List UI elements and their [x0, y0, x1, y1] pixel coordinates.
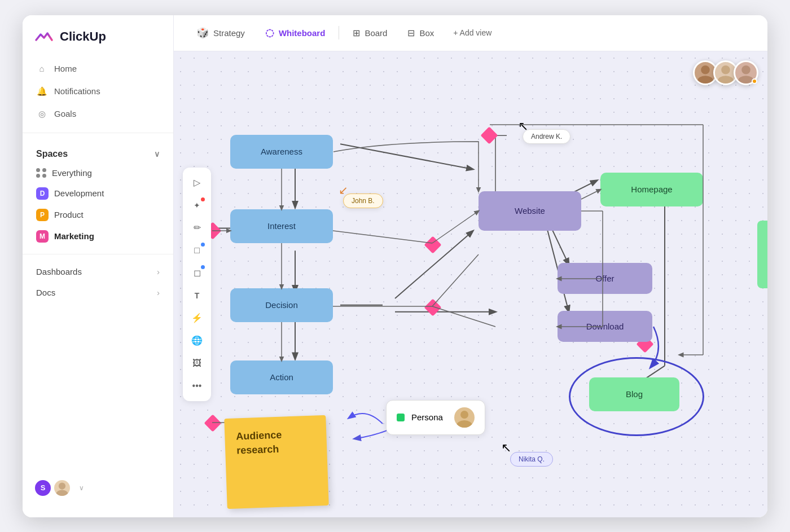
product-dot: P — [36, 209, 49, 221]
more-tool[interactable]: ••• — [187, 376, 207, 395]
magic-tool[interactable]: ✦ — [187, 196, 207, 215]
sticky-tool-dot — [201, 265, 205, 269]
diamond-mid — [424, 236, 441, 253]
globe-tool[interactable]: 🌐 — [187, 331, 207, 350]
sidebar-item-product[interactable]: P Product — [23, 204, 173, 226]
right-edge-strip — [757, 221, 767, 288]
magic-tool-dot — [201, 197, 205, 201]
cursor-nikita: ↖ — [501, 441, 511, 455]
strategy-icon: 🎲 — [196, 27, 209, 39]
connector-tool[interactable]: ⚡ — [187, 309, 207, 328]
node-offer[interactable]: Offer — [558, 263, 652, 294]
nav-notifications-label: Notifications — [54, 86, 100, 96]
sidebar-dashboards[interactable]: Dashboards › — [23, 261, 173, 282]
tool-bar: ▷ ✦ ✏ □ ◻ T ⚡ 🌐 🖼 ••• — [183, 168, 211, 401]
shape-tool-dot — [201, 243, 205, 247]
collab-avatars — [693, 60, 758, 85]
pen-tool[interactable]: ✏ — [187, 218, 207, 238]
nikita-label: Nikita Q. — [510, 452, 553, 467]
home-icon: ⌂ — [36, 63, 47, 74]
svg-point-21 — [721, 65, 730, 74]
nav-home-label: Home — [54, 64, 77, 73]
sidebar: ClickUp ⌂ Home 🔔 Notifications ◎ Goals S… — [23, 15, 174, 517]
tab-box[interactable]: ⊟ Box — [398, 23, 443, 43]
diamond-top — [480, 126, 498, 144]
avatar-status-dot — [752, 78, 757, 84]
persona-dot — [397, 414, 405, 421]
tab-box-label: Box — [419, 28, 434, 38]
docs-chevron: › — [157, 288, 160, 297]
space-product-label: Product — [54, 210, 84, 219]
svg-line-43 — [333, 231, 432, 243]
node-download[interactable]: Download — [558, 311, 652, 342]
nav-goals[interactable]: ◎ Goals — [29, 103, 166, 125]
docs-label: Docs — [36, 288, 55, 297]
nav-goals-label: Goals — [54, 109, 76, 118]
persona-card[interactable]: Persona — [386, 400, 485, 435]
nav-home[interactable]: ⌂ Home — [29, 58, 166, 80]
tab-strategy[interactable]: 🎲 Strategy — [187, 22, 254, 43]
collab-avatar-wrapper — [734, 60, 758, 85]
text-tool[interactable]: T — [187, 286, 207, 305]
node-blog[interactable]: Blog — [589, 377, 679, 411]
top-bar: 🎲 Strategy ◌ Whiteboard ⊞ Board ⊟ Box + … — [174, 15, 767, 51]
sidebar-item-everything[interactable]: Everything — [23, 164, 173, 183]
tab-board[interactable]: ⊞ Board — [344, 23, 396, 43]
tab-whiteboard[interactable]: ◌ Whiteboard — [256, 22, 335, 43]
node-action[interactable]: Action — [230, 360, 333, 394]
diamond-right — [424, 298, 441, 316]
svg-point-45 — [460, 411, 468, 419]
main-content: 🎲 Strategy ◌ Whiteboard ⊞ Board ⊟ Box + … — [174, 15, 767, 517]
svg-line-40 — [432, 254, 479, 306]
node-homepage[interactable]: Homepage — [600, 173, 703, 206]
dashboards-chevron: › — [157, 267, 160, 276]
svg-point-19 — [701, 65, 710, 74]
john-label: John B. — [343, 194, 383, 208]
board-icon: ⊞ — [353, 28, 360, 38]
add-view-button[interactable]: + Add view — [445, 24, 499, 42]
sidebar-docs[interactable]: Docs › — [23, 282, 173, 303]
spaces-header: Spaces ∨ — [23, 140, 173, 164]
svg-point-23 — [741, 65, 750, 74]
andrew-label: Andrew K. — [523, 129, 570, 144]
node-decision[interactable]: Decision — [230, 288, 333, 322]
tab-whiteboard-label: Whiteboard — [279, 28, 326, 38]
space-marketing-label: Marketing — [54, 231, 94, 241]
bell-icon: 🔔 — [36, 86, 47, 97]
add-view-label: + Add view — [453, 28, 491, 37]
svg-point-1 — [56, 490, 68, 497]
shape-tool[interactable]: □ — [187, 241, 207, 260]
whiteboard-canvas[interactable]: ↖ Andrew K. ▷ ✦ ✏ □ ◻ T ⚡ 🌐 — [174, 51, 767, 517]
spaces-collapse-icon[interactable]: ∨ — [154, 150, 160, 159]
node-website[interactable]: Website — [479, 191, 581, 231]
whiteboard-icon: ◌ — [265, 27, 274, 39]
sidebar-item-development[interactable]: D Development — [23, 183, 173, 204]
sticky-tool[interactable]: ◻ — [187, 263, 207, 283]
nav-notifications[interactable]: 🔔 Notifications — [29, 81, 166, 102]
svg-line-44 — [432, 211, 479, 243]
image-tool[interactable]: 🖼 — [187, 354, 207, 373]
spaces-label: Spaces — [36, 149, 68, 159]
logo-area: ClickUp — [23, 27, 173, 58]
user-avatar-s: S — [34, 479, 52, 497]
sticky-note-text: Audienceresearch — [236, 429, 282, 456]
node-awareness[interactable]: Awareness — [230, 135, 333, 169]
node-interest[interactable]: Interest — [230, 209, 333, 243]
box-icon: ⊟ — [407, 28, 415, 38]
logo-text: ClickUp — [60, 29, 106, 44]
select-tool[interactable]: ▷ — [187, 173, 207, 192]
space-everything-label: Everything — [52, 168, 92, 178]
sidebar-footer: S ∨ — [23, 470, 173, 506]
persona-avatar — [454, 407, 475, 428]
marketing-dot: M — [36, 230, 49, 243]
app-container: ClickUp ⌂ Home 🔔 Notifications ◎ Goals S… — [23, 15, 767, 517]
space-development-label: Development — [54, 188, 104, 198]
svg-point-46 — [457, 420, 472, 428]
dashboards-label: Dashboards — [36, 267, 82, 276]
persona-arrow-svg — [337, 384, 394, 429]
user-dropdown-arrow[interactable]: ∨ — [79, 484, 84, 492]
sidebar-item-marketing[interactable]: M Marketing — [23, 226, 173, 247]
sticky-note-audience[interactable]: Audienceresearch — [224, 415, 328, 508]
tab-board-label: Board — [365, 28, 387, 38]
goals-icon: ◎ — [36, 108, 47, 120]
